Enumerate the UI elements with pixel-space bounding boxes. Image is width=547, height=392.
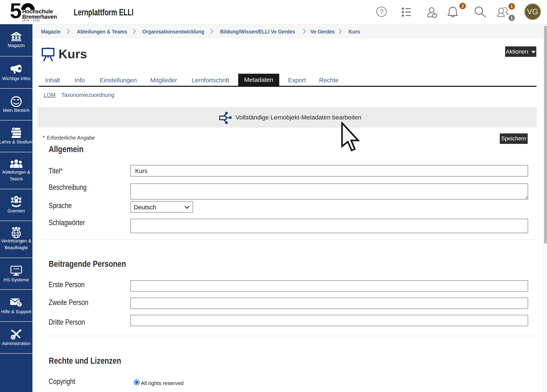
svg-text:1: 1 bbox=[510, 15, 513, 20]
svg-text:2: 2 bbox=[461, 3, 464, 8]
svg-text:***: *** bbox=[13, 267, 19, 272]
svg-text:?: ? bbox=[380, 8, 383, 16]
svg-text:1: 1 bbox=[510, 4, 513, 9]
svg-text:!: ! bbox=[434, 14, 435, 17]
svg-text:?: ? bbox=[18, 302, 21, 307]
svg-text:VG: VG bbox=[527, 7, 538, 16]
